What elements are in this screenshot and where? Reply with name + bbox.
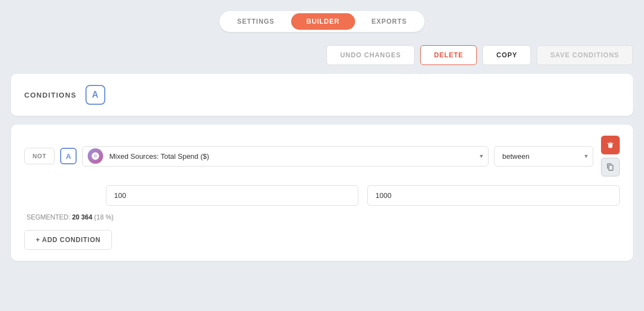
segmented-info: SEGMENTED: 20 364 (18 %) <box>24 213 620 221</box>
undo-changes-button[interactable]: UNDO CHANGES <box>326 45 415 65</box>
min-value-input[interactable] <box>106 185 358 206</box>
operator-wrapper: between equals greater than less than no… <box>494 146 593 167</box>
tab-settings[interactable]: SETTINGS <box>222 13 290 30</box>
trash-icon <box>607 141 614 149</box>
copy-icon <box>607 163 614 171</box>
not-button[interactable]: NOT <box>24 148 55 164</box>
tab-builder[interactable]: BUILDER <box>291 13 355 30</box>
delete-condition-button[interactable] <box>601 136 620 154</box>
copy-button[interactable]: COPY <box>482 45 531 65</box>
toolbar: UNDO CHANGES DELETE COPY SAVE CONDITIONS <box>11 45 633 65</box>
group-badge-a[interactable]: A <box>85 85 105 105</box>
row-group-badge: A <box>60 148 77 164</box>
tab-exports[interactable]: EXPORTS <box>356 13 422 30</box>
tab-navigation: SETTINGS BUILDER EXPORTS <box>11 11 633 32</box>
conditions-panel: CONDITIONS A <box>11 74 633 116</box>
conditions-header: CONDITIONS A <box>24 85 620 105</box>
copy-condition-button[interactable] <box>601 158 620 176</box>
conditions-label: CONDITIONS <box>24 91 77 99</box>
condition-row-panel: NOT A Mixed Sources: Total Spend ($) Tot… <box>11 125 633 261</box>
segmented-label: SEGMENTED: <box>26 213 70 221</box>
operator-select[interactable]: between equals greater than less than no… <box>494 146 593 167</box>
save-conditions-button[interactable]: SAVE CONDITIONS <box>536 45 633 65</box>
condition-row: NOT A Mixed Sources: Total Spend ($) Tot… <box>24 136 620 176</box>
metric-icon <box>88 148 103 164</box>
value-inputs-row <box>106 185 620 206</box>
metric-select[interactable]: Mixed Sources: Total Spend ($) Total Rev… <box>82 146 489 167</box>
delete-button[interactable]: DELETE <box>420 45 477 65</box>
segmented-count: 20 364 <box>72 213 93 221</box>
metric-select-wrapper: Mixed Sources: Total Spend ($) Total Rev… <box>82 146 489 167</box>
add-condition-button[interactable]: + ADD CONDITION <box>24 230 112 250</box>
segmented-percent: (18 %) <box>94 213 114 221</box>
action-buttons <box>601 136 620 176</box>
max-value-input[interactable] <box>367 185 620 206</box>
tab-group: SETTINGS BUILDER EXPORTS <box>219 11 425 32</box>
